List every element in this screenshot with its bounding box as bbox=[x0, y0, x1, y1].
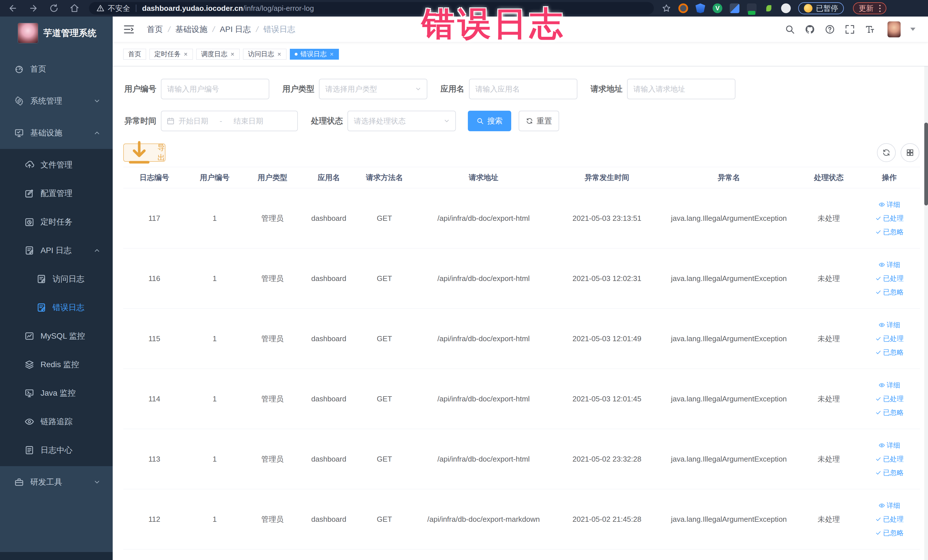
request-url-label: 请求地址 bbox=[589, 84, 623, 95]
column-header: 异常发生时间 bbox=[555, 172, 659, 183]
detail-link[interactable]: 详细 bbox=[879, 260, 901, 269]
column-header: 请求方法名 bbox=[357, 172, 412, 183]
breadcrumb-item[interactable]: 基础设施 bbox=[176, 24, 208, 35]
eye-icon bbox=[879, 262, 885, 268]
export-button[interactable]: 导出 bbox=[123, 143, 165, 162]
main-content: 用户编号 用户类型 请选择用户类型 应用名 请求地址 异常时间 开始日期 - bbox=[113, 66, 928, 560]
page-scrollbar[interactable] bbox=[924, 17, 928, 560]
blue-grid-extension-icon[interactable] bbox=[730, 3, 739, 13]
help-icon[interactable] bbox=[825, 24, 835, 35]
detail-link[interactable]: 详细 bbox=[879, 441, 901, 450]
user-avatar[interactable] bbox=[887, 21, 901, 37]
fullscreen-icon[interactable] bbox=[845, 24, 855, 35]
tab-0[interactable]: 首页 bbox=[123, 49, 146, 60]
profile-paused-badge[interactable]: 已暂停 bbox=[798, 2, 844, 14]
detail-link[interactable]: 详细 bbox=[879, 200, 901, 209]
sidebar-item-2-monitor[interactable]: 基础设施 bbox=[0, 117, 113, 149]
sidebar-item-1-gear[interactable]: 系统管理 bbox=[0, 85, 113, 117]
sidebar-item-0-dashboard[interactable]: 首页 bbox=[0, 53, 113, 85]
mark-ignored-link[interactable]: 已忽略 bbox=[875, 408, 904, 417]
tab-close-icon[interactable] bbox=[330, 52, 334, 56]
tab-2[interactable]: 调度日志 bbox=[196, 49, 240, 60]
request-url-input[interactable] bbox=[627, 79, 736, 99]
sidebar-item-4-edit[interactable]: 配置管理 bbox=[0, 179, 113, 208]
sidebar-collapse-bar[interactable] bbox=[0, 552, 113, 560]
sidebar-item-3-upload[interactable]: 文件管理 bbox=[0, 151, 113, 179]
status-cell: 未处理 bbox=[799, 454, 859, 464]
mark-processed-link[interactable]: 已处理 bbox=[875, 274, 904, 283]
tab-close-icon[interactable] bbox=[230, 52, 235, 56]
table-row: 116 1 管理员 dashboard GET /api/infra/db-do… bbox=[123, 249, 920, 309]
sidebar-item-6-log[interactable]: API 日志 bbox=[0, 236, 113, 265]
process-status-select[interactable]: 请选择处理状态 bbox=[348, 111, 456, 131]
table-refresh-button[interactable] bbox=[877, 143, 896, 162]
sidebar-item-13-logcenter[interactable]: 日志中心 bbox=[0, 436, 113, 464]
tab-close-icon[interactable] bbox=[277, 52, 282, 56]
github-icon[interactable] bbox=[805, 24, 815, 35]
mark-ignored-link[interactable]: 已忽略 bbox=[875, 348, 904, 357]
app-title: 芋道管理系统 bbox=[43, 27, 96, 39]
browser-reload-icon[interactable] bbox=[49, 3, 59, 13]
browser-back-icon[interactable] bbox=[8, 3, 18, 13]
scrollbar-thumb[interactable] bbox=[924, 123, 928, 205]
user-type-select[interactable]: 请选择用户类型 bbox=[319, 79, 427, 99]
breadcrumb-item-current: 错误日志 bbox=[263, 24, 295, 35]
column-settings-button[interactable] bbox=[901, 143, 919, 162]
dashboard-icon bbox=[14, 64, 24, 74]
user-id-input[interactable] bbox=[161, 79, 269, 99]
sidebar-item-12-eye[interactable]: 链路追踪 bbox=[0, 407, 113, 436]
green-badge-extension-icon[interactable]: V bbox=[713, 3, 722, 13]
detail-link[interactable]: 详细 bbox=[879, 381, 901, 390]
breadcrumb-item[interactable]: API 日志 bbox=[220, 24, 251, 35]
avatar-caret-icon[interactable] bbox=[910, 27, 916, 31]
tab-4[interactable]: 错误日志 bbox=[290, 49, 339, 60]
sidebar-item-5-timer[interactable]: 定时任务 bbox=[0, 208, 113, 236]
tab-3[interactable]: 访问日志 bbox=[243, 49, 286, 60]
app-name-input[interactable] bbox=[469, 79, 577, 99]
sidebar-item-8-log[interactable]: 错误日志 bbox=[0, 293, 113, 322]
hamburger-icon[interactable] bbox=[123, 23, 135, 35]
detail-link[interactable]: 详细 bbox=[879, 320, 901, 330]
browser-menu-icon[interactable] bbox=[879, 5, 881, 12]
font-size-icon[interactable] bbox=[865, 24, 875, 35]
gear-icon bbox=[14, 96, 24, 106]
detail-link[interactable]: 详细 bbox=[879, 501, 901, 510]
orange-ring-extension-icon[interactable] bbox=[678, 3, 688, 13]
mark-processed-link[interactable]: 已处理 bbox=[875, 214, 904, 223]
check-icon bbox=[875, 516, 882, 522]
browser-home-icon[interactable] bbox=[70, 3, 79, 13]
mark-ignored-link[interactable]: 已忽略 bbox=[875, 528, 904, 537]
mark-processed-link[interactable]: 已处理 bbox=[875, 515, 904, 524]
mark-ignored-link[interactable]: 已忽略 bbox=[875, 227, 904, 237]
mark-ignored-link[interactable]: 已忽略 bbox=[875, 288, 904, 297]
mark-processed-link[interactable]: 已处理 bbox=[875, 394, 904, 403]
sidebar-item-14-tool[interactable]: 研发工具 bbox=[0, 466, 113, 498]
eye-icon bbox=[879, 201, 885, 208]
search-button[interactable]: 搜索 bbox=[468, 111, 511, 131]
exception-time-range-picker[interactable]: 开始日期 - 结束日期 bbox=[161, 111, 298, 131]
mark-ignored-link[interactable]: 已忽略 bbox=[875, 468, 904, 477]
green-sprout-extension-icon[interactable] bbox=[764, 3, 774, 13]
breadcrumb-item[interactable]: 首页 bbox=[147, 24, 163, 35]
status-cell: 未处理 bbox=[799, 334, 859, 344]
app-logo-row[interactable]: 芋道管理系统 bbox=[0, 17, 113, 43]
address-bar[interactable]: 不安全 dashboard.yudao.iocoder.cn/infra/log… bbox=[89, 2, 654, 15]
reset-button[interactable]: 重置 bbox=[519, 111, 559, 131]
mark-processed-link[interactable]: 已处理 bbox=[875, 455, 904, 464]
sidebar-item-9-chart[interactable]: MySQL 监控 bbox=[0, 322, 113, 350]
browser-forward-icon[interactable] bbox=[29, 3, 38, 13]
blue-shield-extension-icon[interactable] bbox=[696, 3, 705, 13]
header-search-icon[interactable] bbox=[785, 24, 795, 35]
browser-update-button[interactable]: 更新 bbox=[853, 2, 886, 14]
sidebar-item-10-layers[interactable]: Redis 监控 bbox=[0, 350, 113, 379]
bookmark-star-icon[interactable] bbox=[662, 4, 671, 13]
eye-icon bbox=[879, 502, 885, 509]
mark-processed-link[interactable]: 已处理 bbox=[875, 334, 904, 343]
sidebar-item-7-log[interactable]: 访问日志 bbox=[0, 265, 113, 293]
white-pin-extension-icon[interactable] bbox=[781, 3, 791, 13]
tab-close-icon[interactable] bbox=[183, 52, 188, 56]
switch-on-extension-icon[interactable] bbox=[747, 3, 757, 13]
sidebar-item-11-java[interactable]: Java 监控 bbox=[0, 379, 113, 407]
tab-1[interactable]: 定时任务 bbox=[150, 49, 193, 60]
refresh-icon bbox=[526, 117, 533, 125]
